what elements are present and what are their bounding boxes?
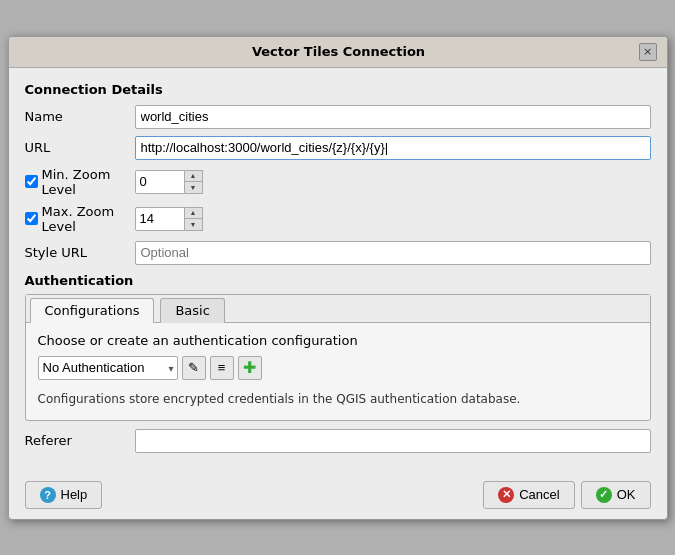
url-row: URL (25, 136, 651, 160)
cancel-label: Cancel (519, 487, 559, 502)
max-zoom-checkbox-label: Max. Zoom Level (25, 204, 135, 234)
max-zoom-input-wrap: ▲ ▼ (135, 207, 207, 231)
url-label: URL (25, 140, 135, 155)
copy-auth-button[interactable]: ≡ (210, 356, 234, 380)
style-url-row: Style URL (25, 241, 651, 265)
referer-label: Referer (25, 433, 135, 448)
max-zoom-label: Max. Zoom Level (42, 204, 135, 234)
max-zoom-spinner: ▲ ▼ (185, 207, 203, 231)
style-url-input[interactable] (135, 241, 651, 265)
cancel-button[interactable]: ✕ Cancel (483, 481, 574, 509)
tab-basic[interactable]: Basic (160, 298, 224, 323)
min-zoom-checkbox[interactable] (25, 175, 38, 188)
max-zoom-row: Max. Zoom Level ▲ ▼ (25, 204, 651, 234)
authentication-label: Authentication (25, 273, 651, 288)
cancel-icon: ✕ (498, 487, 514, 503)
footer-right-buttons: ✕ Cancel ✓ OK (483, 481, 650, 509)
help-icon: ? (40, 487, 56, 503)
add-auth-button[interactable]: ✚ (238, 356, 262, 380)
close-button[interactable]: × (639, 43, 657, 61)
url-input[interactable] (135, 136, 651, 160)
auth-tabs: Configurations Basic (26, 295, 650, 323)
dialog-title: Vector Tiles Connection (39, 44, 639, 59)
name-label: Name (25, 109, 135, 124)
min-zoom-label: Min. Zoom Level (42, 167, 135, 197)
no-auth-select[interactable]: No Authentication (38, 356, 178, 380)
max-zoom-up[interactable]: ▲ (185, 208, 202, 220)
min-zoom-up[interactable]: ▲ (185, 171, 202, 183)
config-note: Configurations store encrypted credentia… (38, 390, 638, 408)
plus-icon: ✚ (243, 358, 256, 377)
tab-configurations-content: Choose or create an authentication confi… (26, 323, 650, 420)
min-zoom-down[interactable]: ▼ (185, 182, 202, 193)
min-zoom-spinner: ▲ ▼ (185, 170, 203, 194)
vector-tiles-dialog: Vector Tiles Connection × Connection Det… (8, 36, 668, 520)
copy-icon: ≡ (218, 360, 226, 375)
config-controls-row: No Authentication ✎ ≡ ✚ (38, 356, 638, 380)
authentication-section: Authentication Configurations Basic Choo… (25, 273, 651, 421)
ok-icon: ✓ (596, 487, 612, 503)
min-zoom-checkbox-label: Min. Zoom Level (25, 167, 135, 197)
max-zoom-down[interactable]: ▼ (185, 219, 202, 230)
min-zoom-row: Min. Zoom Level ▲ ▼ (25, 167, 651, 197)
name-row: Name (25, 105, 651, 129)
name-input[interactable] (135, 105, 651, 129)
min-zoom-input-wrap: ▲ ▼ (135, 170, 207, 194)
pencil-icon: ✎ (188, 360, 199, 375)
ok-button[interactable]: ✓ OK (581, 481, 651, 509)
title-bar: Vector Tiles Connection × (9, 37, 667, 68)
max-zoom-input[interactable] (135, 207, 185, 231)
help-label: Help (61, 487, 88, 502)
no-auth-select-wrapper: No Authentication (38, 356, 178, 380)
ok-label: OK (617, 487, 636, 502)
dialog-body: Connection Details Name URL Min. Zoom Le… (9, 68, 667, 473)
tab-configurations[interactable]: Configurations (30, 298, 155, 323)
referer-input[interactable] (135, 429, 651, 453)
style-url-label: Style URL (25, 245, 135, 260)
referer-row: Referer (25, 429, 651, 453)
help-button[interactable]: ? Help (25, 481, 103, 509)
edit-auth-button[interactable]: ✎ (182, 356, 206, 380)
config-description: Choose or create an authentication confi… (38, 333, 638, 348)
connection-details-label: Connection Details (25, 82, 651, 97)
min-zoom-input[interactable] (135, 170, 185, 194)
max-zoom-checkbox[interactable] (25, 212, 38, 225)
dialog-footer: ? Help ✕ Cancel ✓ OK (9, 473, 667, 519)
authentication-box: Configurations Basic Choose or create an… (25, 294, 651, 421)
